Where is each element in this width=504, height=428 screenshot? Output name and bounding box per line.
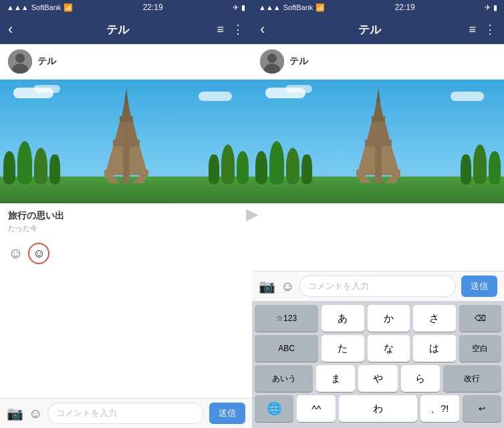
left-menu-icon[interactable]: ≡	[217, 23, 224, 37]
key-abc[interactable]: ABC	[255, 335, 318, 362]
svg-point-1	[15, 54, 25, 63]
right-status-bar: ▲▲▲ SoftBank 📶 22:19 ✈ ▮	[252, 0, 504, 15]
keyboard-row-4: 🌐 ^^ わ 、?! ↩	[255, 395, 501, 422]
right-user-name: テル	[289, 56, 308, 68]
keyboard-row-3: あいう ま や ら 改行	[255, 365, 501, 392]
key-ma-label: ま	[331, 372, 341, 385]
right-phone-screen: ▲▲▲ SoftBank 📶 22:19 ✈ ▮ ‹ テル ≡ ⋮ テル	[252, 0, 504, 428]
left-spacer	[0, 270, 252, 398]
left-airplane-icon: ✈	[233, 3, 239, 12]
svg-marker-27	[385, 175, 400, 183]
right-back-button[interactable]: ‹	[260, 21, 265, 38]
key-punct-label: 、?!	[430, 403, 449, 415]
key-deco-label: ^^	[311, 403, 321, 415]
svg-marker-19	[376, 88, 380, 103]
left-phone-screen: ▲▲▲ SoftBank 📶 22:19 ✈ ▮ ‹ テル ≡ ⋮ テル	[0, 0, 252, 428]
left-carrier: SoftBank	[31, 3, 61, 11]
key-punct[interactable]: 、?!	[420, 395, 459, 422]
svg-point-17	[267, 54, 277, 63]
right-eiffel-tower-svg	[348, 86, 408, 183]
key-a-label: あ	[338, 312, 348, 325]
keyboard-row-2: ABC た な は 空白	[255, 335, 501, 362]
right-nav-title: テル	[270, 22, 469, 37]
left-signal-icon: ▲▲▲	[7, 3, 29, 11]
key-na-label: な	[384, 342, 394, 355]
key-a[interactable]: あ	[322, 305, 364, 332]
right-menu-icon[interactable]: ≡	[469, 23, 476, 37]
key-aiyu[interactable]: あいう	[255, 365, 313, 392]
left-emoji-input-icon[interactable]: ☺	[29, 406, 42, 421]
key-wa-label: わ	[373, 403, 383, 415]
key-ha[interactable]: は	[413, 335, 455, 362]
right-time: 22:19	[395, 3, 415, 12]
key-aiyu-label: あいう	[272, 373, 296, 385]
right-user-header: テル	[252, 44, 504, 80]
left-user-name: テル	[37, 56, 56, 68]
right-comment-input[interactable]: コメントを入力	[299, 276, 456, 297]
key-space[interactable]: 空白	[459, 335, 501, 362]
key-ka[interactable]: か	[368, 305, 410, 332]
key-abc-label: ABC	[278, 344, 295, 353]
left-comment-input[interactable]: コメントを入力	[47, 403, 204, 424]
key-star123[interactable]: ☆123	[255, 305, 318, 332]
globe-icon: 🌐	[267, 401, 281, 416]
left-circle-emoji[interactable]: ☺	[28, 243, 49, 264]
key-sa-label: さ	[429, 312, 439, 325]
left-status-bar: ▲▲▲ SoftBank 📶 22:19 ✈ ▮	[0, 0, 252, 15]
key-star123-label: ☆123	[276, 314, 297, 323]
left-caption-time: たった今	[8, 223, 244, 233]
svg-marker-22	[367, 122, 390, 140]
right-emoji-input-icon[interactable]: ☺	[281, 279, 294, 294]
key-deco[interactable]: ^^	[297, 395, 336, 422]
left-input-bar: 📷 ☺ コメントを入力 送信	[0, 398, 252, 428]
svg-rect-29	[374, 118, 383, 122]
left-more-icon[interactable]: ⋮	[232, 22, 244, 37]
right-input-placeholder: コメントを入力	[308, 281, 369, 291]
right-more-icon[interactable]: ⋮	[484, 22, 496, 37]
keyboard-row-1: ☆123 あ か さ ⌫	[255, 305, 501, 332]
svg-rect-30	[370, 141, 386, 145]
left-send-button[interactable]: 送信	[209, 403, 245, 424]
left-camera-icon[interactable]: 📷	[7, 405, 23, 421]
key-na[interactable]: な	[368, 335, 410, 362]
key-enter[interactable]: 改行	[443, 365, 501, 392]
left-back-button[interactable]: ‹	[8, 21, 13, 38]
key-ka-label: か	[384, 312, 394, 325]
right-camera-icon[interactable]: 📷	[259, 278, 275, 294]
key-globe[interactable]: 🌐	[255, 395, 293, 422]
right-avatar[interactable]	[260, 49, 284, 74]
right-wifi-icon: 📶	[316, 3, 325, 12]
key-space-label: 空白	[472, 343, 488, 354]
right-eiffel-image	[252, 80, 504, 203]
left-eiffel-image	[0, 80, 252, 203]
backspace-icon: ⌫	[475, 314, 486, 323]
key-ha-label: は	[429, 342, 439, 355]
key-ya[interactable]: や	[358, 365, 397, 392]
svg-marker-3	[124, 88, 128, 103]
key-ra[interactable]: ら	[401, 365, 440, 392]
key-backspace[interactable]: ⌫	[459, 305, 501, 332]
left-caption-title: 旅行の思い出	[8, 210, 244, 222]
arrow-divider: ▶	[246, 205, 258, 223]
japanese-keyboard: ☆123 あ か さ ⌫ ABC た な	[252, 301, 504, 428]
left-nav-bar: ‹ テル ≡ ⋮	[0, 15, 252, 44]
left-circle-emoji-symbol: ☺	[33, 247, 45, 261]
key-ma[interactable]: ま	[316, 365, 355, 392]
svg-marker-26	[356, 175, 372, 183]
newline-icon: ↩	[479, 404, 485, 413]
svg-rect-28	[375, 146, 382, 183]
key-ta[interactable]: た	[322, 335, 364, 362]
left-wifi-icon: 📶	[64, 3, 73, 12]
left-time: 22:19	[143, 3, 163, 12]
key-sa[interactable]: さ	[413, 305, 455, 332]
left-emoji-icon[interactable]: ☺	[8, 245, 23, 262]
right-battery-icon: ▮	[493, 3, 497, 12]
left-comment-icons: ☺ ☺	[0, 237, 252, 270]
left-avatar[interactable]	[8, 49, 32, 74]
key-enter-label: 改行	[464, 373, 480, 385]
key-ta-label: た	[338, 342, 348, 355]
left-input-placeholder: コメントを入力	[56, 408, 117, 418]
key-newline[interactable]: ↩	[463, 395, 501, 422]
right-send-button[interactable]: 送信	[461, 276, 497, 297]
key-wa[interactable]: わ	[339, 395, 416, 422]
